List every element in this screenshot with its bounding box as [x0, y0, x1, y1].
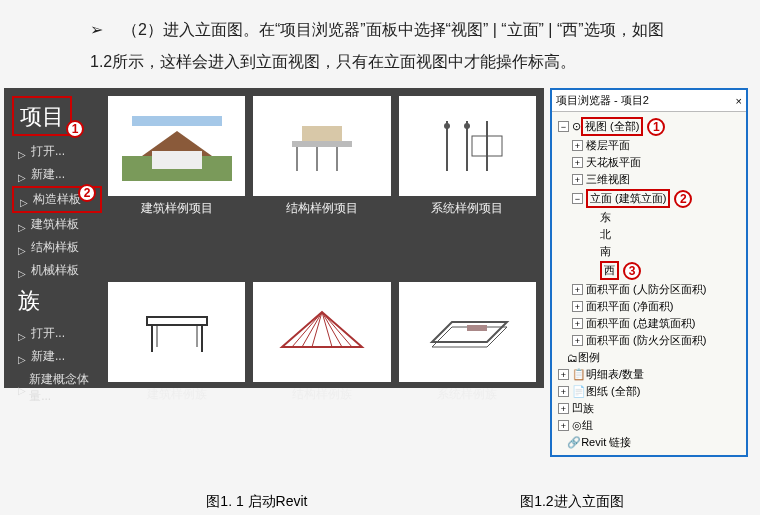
tile-system-family[interactable]: 系统样例族 [399, 282, 536, 408]
sidebar-item-open[interactable]: 打开... [12, 140, 102, 163]
svg-rect-8 [302, 126, 342, 141]
arrow-icon [18, 383, 26, 393]
tree-legend[interactable]: 🗂 图例 [554, 349, 744, 366]
arrow-icon [18, 352, 28, 362]
svg-line-25 [322, 312, 342, 347]
revit-start-panel: 项目 1 打开... 新建... 构造样板 2 建筑样板 结构样板 机械样板 建… [4, 88, 544, 388]
callout-2: 2 [78, 184, 96, 202]
tree-area1[interactable]: +面积平面 (人防分区面积) [554, 281, 744, 298]
plus-icon[interactable]: + [558, 403, 569, 414]
tree-east[interactable]: 东 [554, 209, 744, 226]
plus-icon[interactable]: + [572, 335, 583, 346]
tree-west[interactable]: 西3 [554, 260, 744, 281]
minus-icon[interactable]: − [572, 193, 583, 204]
callout-1b: 1 [647, 118, 665, 136]
caption-left: 图1. 1 启动Revit [206, 493, 307, 511]
sidebar-item-new[interactable]: 新建... [12, 163, 102, 186]
tile-struct-sample[interactable]: 结构样例项目 [253, 96, 390, 282]
svg-rect-4 [292, 141, 352, 147]
plus-icon[interactable]: + [558, 420, 569, 431]
arrow-icon [18, 266, 28, 276]
tree-schedule[interactable]: +📋 明细表/数量 [554, 366, 744, 383]
browser-title: 项目浏览器 - 项目2 [556, 93, 649, 108]
arrow-icon [18, 329, 28, 339]
arrow-icon [18, 220, 28, 230]
sidebar-family-open[interactable]: 打开... [12, 322, 102, 345]
plus-icon[interactable]: + [572, 301, 583, 312]
minus-icon[interactable]: − [558, 121, 569, 132]
family-title: 族 [12, 282, 46, 318]
arrow-icon [20, 195, 30, 205]
system-icon [412, 111, 522, 181]
close-icon[interactable]: × [736, 95, 742, 107]
svg-rect-15 [147, 317, 207, 325]
svg-point-13 [444, 123, 450, 129]
plus-icon[interactable]: + [558, 386, 569, 397]
tree-south[interactable]: 南 [554, 243, 744, 260]
truss-icon [267, 297, 377, 367]
tree-area3[interactable]: +面积平面 (总建筑面积) [554, 315, 744, 332]
plus-icon[interactable]: + [572, 140, 583, 151]
bullet-icon: ➢ [90, 14, 103, 46]
svg-marker-20 [282, 312, 362, 347]
svg-rect-3 [132, 116, 222, 126]
arrow-icon [18, 147, 28, 157]
callout-3: 3 [623, 262, 641, 280]
tray-icon [412, 297, 522, 367]
tree-elevation[interactable]: −立面 (建筑立面)2 [554, 188, 744, 209]
tree-sheets[interactable]: +📄 图纸 (全部) [554, 383, 744, 400]
caption-right: 图1.2进入立面图 [520, 493, 623, 511]
arrow-icon [18, 170, 28, 180]
tree-views[interactable]: −⊙ 视图 (全部)1 [554, 116, 744, 137]
plus-icon[interactable]: + [558, 369, 569, 380]
plus-icon[interactable]: + [572, 174, 583, 185]
instruction-text: （2）进入立面图。在“项目浏览器”面板中选择“视图” | “立面” | “西”选… [90, 14, 680, 78]
svg-line-22 [302, 312, 322, 347]
structure-icon [267, 111, 377, 181]
sidebar-family-concept[interactable]: 新建概念体量... [12, 368, 102, 408]
plus-icon[interactable]: + [572, 157, 583, 168]
arrow-icon [18, 243, 28, 253]
svg-rect-29 [467, 325, 487, 331]
sidebar-item-mech-template[interactable]: 机械样板 [12, 259, 102, 282]
tree-3d[interactable]: +三维视图 [554, 171, 744, 188]
plus-icon[interactable]: + [572, 318, 583, 329]
house-icon [122, 111, 232, 181]
project-title: 项目 [12, 96, 72, 136]
tree-floor-plan[interactable]: +楼层平面 [554, 137, 744, 154]
project-browser-panel: 项目浏览器 - 项目2 × −⊙ 视图 (全部)1 +楼层平面 +天花板平面 +… [550, 88, 748, 457]
tree-groups[interactable]: +◎ 组 [554, 417, 744, 434]
callout-1: 1 [66, 120, 84, 138]
tree-area4[interactable]: +面积平面 (防火分区面积) [554, 332, 744, 349]
callout-2b: 2 [674, 190, 692, 208]
svg-point-14 [464, 123, 470, 129]
svg-rect-2 [152, 151, 202, 169]
tile-arch-family[interactable]: 建筑样例族 [108, 282, 245, 408]
sidebar-family-new[interactable]: 新建... [12, 345, 102, 368]
sidebar-item-arch-template[interactable]: 建筑样板 [12, 213, 102, 236]
tile-struct-family[interactable]: 结构样例族 [253, 282, 390, 408]
sidebar-item-struct-template[interactable]: 结构样板 [12, 236, 102, 259]
plus-icon[interactable]: + [572, 284, 583, 295]
tree-links[interactable]: 🔗 Revit 链接 [554, 434, 744, 451]
tree-north[interactable]: 北 [554, 226, 744, 243]
tree-families[interactable]: +凹 族 [554, 400, 744, 417]
table-icon [122, 297, 232, 367]
tile-arch-sample[interactable]: 建筑样例项目 [108, 96, 245, 282]
tree-ceiling-plan[interactable]: +天花板平面 [554, 154, 744, 171]
tile-system-sample[interactable]: 系统样例项目 [399, 96, 536, 282]
tree-area2[interactable]: +面积平面 (净面积) [554, 298, 744, 315]
